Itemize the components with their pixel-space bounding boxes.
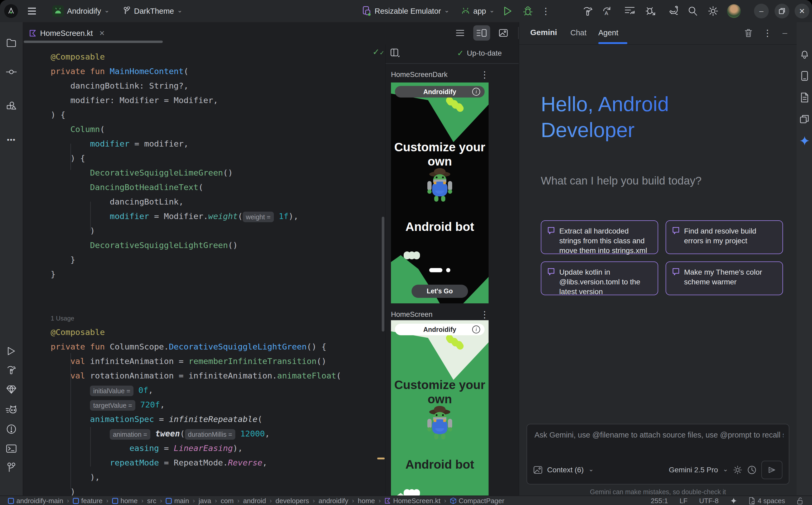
maximize-button[interactable] — [775, 4, 789, 18]
run-button[interactable] — [503, 0, 512, 22]
code-line[interactable]: @Composable — [51, 325, 341, 339]
breadcrumb[interactable]: androidify-main›feature›home›src›main›ja… — [8, 497, 504, 505]
code-line[interactable]: private fun ColumnScope.DecorativeSquigg… — [51, 339, 341, 354]
breadcrumb-item[interactable]: androidify-main — [8, 497, 63, 505]
code-line[interactable]: DecorativeSquiggleLightGreen() — [51, 238, 341, 252]
gemini-tool-button[interactable] — [799, 136, 810, 146]
breadcrumb-item[interactable]: developers — [275, 497, 309, 505]
layers-tool-button[interactable] — [800, 114, 809, 124]
breadcrumb-item[interactable]: android — [243, 497, 266, 505]
tab-agent[interactable]: Agent — [598, 28, 618, 37]
close-button[interactable]: ✕ — [795, 4, 809, 18]
code-line[interactable]: dancingBotLink: String?, — [51, 78, 341, 93]
info-icon[interactable]: i — [472, 326, 480, 333]
code-line[interactable]: animationSpec = infiniteRepeatable( — [51, 412, 341, 427]
run-config-selector[interactable]: app ⌄ — [461, 0, 495, 22]
code-line[interactable]: modifier: Modifier = Modifier, — [51, 93, 341, 108]
vcs-branch-widget[interactable]: DarkTheme ⌄ — [123, 0, 183, 22]
breadcrumb-item[interactable]: main — [166, 497, 189, 505]
terminal-tool-button[interactable] — [6, 444, 17, 453]
user-avatar[interactable] — [727, 4, 741, 18]
inspections-ok-icon[interactable]: ✓✓ — [372, 47, 384, 57]
code-line[interactable]: DecorativeSquiggleLimeGreen() — [51, 166, 341, 180]
code-line[interactable]: val rotationAnimation = infiniteAnimatio… — [51, 368, 341, 383]
delete-conversation-button[interactable] — [744, 28, 752, 37]
run-more-options-button[interactable]: ⋮ — [541, 0, 550, 22]
lets-go-button[interactable]: Let's Go — [412, 285, 468, 298]
tab-chat[interactable]: Chat — [570, 28, 586, 37]
running-devices-tool-button[interactable] — [6, 405, 17, 414]
main-menu-button[interactable] — [27, 0, 36, 22]
breadcrumb-item[interactable]: home — [358, 497, 375, 505]
editor-hscrollbar[interactable] — [24, 41, 163, 43]
preview-group-label-dark[interactable]: HomeScreenDark — [391, 70, 448, 79]
code-line[interactable]: modifier = Modifier.weight(weight = 1f), — [51, 209, 341, 223]
view-mode-code-button[interactable] — [452, 25, 469, 41]
search-everywhere-button[interactable] — [688, 0, 698, 22]
code-line[interactable]: private fun MainHomeContent( — [51, 64, 341, 78]
breadcrumb-item[interactable]: feature — [73, 497, 103, 505]
code-line[interactable]: Column( — [51, 122, 341, 137]
gemini-suggestion-card[interactable]: Extract all hardcoded strings from this … — [541, 220, 658, 254]
caret-position[interactable]: 255:1 — [651, 497, 668, 505]
code-editor[interactable]: @Composableprivate fun MainHomeContent( … — [51, 49, 341, 499]
breadcrumb-item[interactable]: com — [221, 497, 233, 505]
code-line[interactable]: easing = LinearEasing), — [51, 441, 341, 456]
breadcrumb-item[interactable]: src — [147, 497, 156, 505]
gemini-prompt-input[interactable]: Ask Gemini, use @filename to attach sour… — [527, 424, 789, 484]
device-manager-tool-button[interactable] — [801, 71, 808, 81]
problems-tool-button[interactable] — [6, 424, 16, 434]
tab-close-icon[interactable]: ✕ — [99, 29, 105, 37]
view-mode-design-button[interactable] — [495, 25, 512, 41]
file-encoding[interactable]: UTF-8 — [699, 497, 719, 505]
android-studio-logo-icon[interactable] — [4, 4, 18, 18]
code-line[interactable]: animation = tween(durationMillis = 12000… — [51, 427, 341, 441]
code-line[interactable] — [51, 282, 341, 296]
code-line[interactable]: DancingBotHeadlineText( — [51, 180, 341, 194]
sync-project-button[interactable]: A — [601, 0, 612, 22]
notifications-tool-button[interactable] — [800, 49, 809, 59]
gemini-spark-icon[interactable] — [730, 497, 737, 504]
attach-image-icon[interactable] — [534, 466, 542, 474]
preview-group-menu-light[interactable]: ⋮ — [480, 310, 489, 319]
preview-group-menu-dark[interactable]: ⋮ — [480, 70, 489, 79]
indent-widget[interactable]: 4 spaces — [749, 497, 785, 505]
hide-panel-button[interactable]: – — [783, 28, 787, 38]
context-dropdown[interactable]: Context (6) — [547, 466, 584, 474]
run-tool-button[interactable] — [7, 346, 16, 356]
breadcrumb-item[interactable]: java — [199, 497, 211, 505]
gemini-suggestion-card[interactable]: Update kotlin in @libs.version.toml to t… — [541, 262, 658, 295]
code-line[interactable]: @Composable — [51, 49, 341, 64]
code-line[interactable]: modifier = modifier, — [51, 137, 341, 151]
breadcrumb-item[interactable]: home — [112, 497, 138, 505]
attach-debugger-button[interactable] — [645, 0, 656, 22]
project-tool-button[interactable] — [6, 38, 16, 47]
preview-phone-light[interactable]: Androidify i Customize your own Android — [391, 320, 489, 505]
code-line[interactable]: ) { — [51, 108, 341, 122]
debug-button[interactable] — [523, 0, 533, 22]
code-line[interactable]: ), — [51, 470, 341, 484]
view-mode-split-button[interactable] — [473, 25, 490, 41]
build-button[interactable] — [582, 0, 593, 22]
gemini-settings-icon[interactable] — [733, 465, 742, 475]
app-quality-insights-tool-button[interactable] — [6, 385, 17, 394]
code-line[interactable]: repeatMode = RepeatMode.Reverse, — [51, 456, 341, 470]
preview-group-label-light[interactable]: HomeScreen — [391, 311, 433, 319]
code-line[interactable]: } — [51, 252, 341, 267]
preview-sync-status[interactable]: ✓ Up-to-date — [457, 48, 502, 58]
gradle-icon[interactable] — [668, 0, 680, 22]
code-line[interactable]: } — [51, 267, 341, 282]
editor-vscrollbar[interactable] — [382, 217, 384, 332]
gemini-suggestion-card[interactable]: Make my Theme's color scheme warmer — [666, 262, 783, 295]
editor-preview-splitter[interactable] — [385, 44, 386, 496]
preview-layout-button[interactable] — [390, 48, 400, 58]
code-line[interactable]: dancingBotLink, — [51, 194, 341, 209]
build-tool-button[interactable] — [6, 365, 16, 375]
history-icon[interactable] — [747, 465, 757, 475]
commit-tool-button[interactable] — [6, 69, 17, 74]
code-line[interactable]: ) { — [51, 151, 341, 166]
info-icon[interactable]: i — [472, 88, 480, 96]
breadcrumb-item[interactable]: CompactPager — [450, 497, 504, 505]
profiler-button[interactable] — [624, 0, 635, 22]
code-line[interactable]: targetValue = 720f, — [51, 397, 341, 412]
